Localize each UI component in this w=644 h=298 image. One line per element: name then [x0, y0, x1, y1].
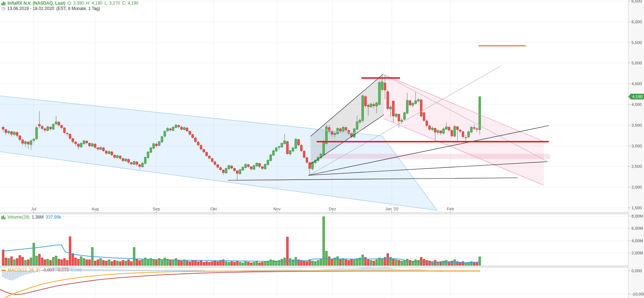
signal-line [0, 271, 480, 295]
macd-icon [1, 270, 6, 271]
open-value: O: 3,390 [68, 1, 84, 6]
svg-text:4,000: 4,000 [631, 102, 642, 107]
high-value: H: 4,190 [86, 1, 102, 6]
volume-bars [2, 217, 481, 265]
pink-band [322, 154, 550, 159]
svg-text:8,00M: 8,00M [631, 214, 643, 218]
symbol-legend: InflaRX N.V. (NASDAQ, Last) O: 3,390 H: … [1, 1, 138, 6]
svg-text:6,00M: 6,00M [631, 226, 643, 230]
svg-text:5,500: 5,500 [631, 40, 642, 45]
svg-text:Dez: Dez [329, 207, 336, 211]
svg-text:Feb: Feb [447, 207, 454, 211]
svg-text:4,500: 4,500 [631, 82, 642, 86]
volume-legend: Volume(28) 1,38M 337,99k [1, 215, 61, 220]
clock-icon: ◷ [1, 6, 5, 11]
svg-text:1,500: 1,500 [631, 206, 642, 210]
svg-text:0,000: 0,000 [631, 269, 642, 273]
macd-value-2: -0,073 [57, 268, 69, 273]
last-price-badge: 4,190 [628, 94, 644, 99]
svg-text:Okt: Okt [210, 207, 217, 211]
close-value: C: 4,190 [122, 1, 138, 6]
candlestick-icon [1, 1, 5, 5]
pink-channel-fill [383, 74, 544, 185]
macd-value-3: 0,066 [71, 268, 82, 273]
timeframe: (EST, 8 Monate, 1 Tag) [56, 6, 100, 11]
symbol-name[interactable]: InflaRX N.V. (NASDAQ, Last) [8, 1, 65, 6]
svg-text:Aug: Aug [92, 207, 99, 211]
svg-text:Nov: Nov [273, 207, 281, 211]
macd-value-1: -0,007 [42, 268, 54, 273]
svg-text:3,000: 3,000 [631, 144, 642, 148]
volume-indicator-name[interactable]: Volume(28) [8, 215, 29, 220]
svg-text:4,00M: 4,00M [631, 239, 643, 243]
svg-text:Jul: Jul [31, 207, 36, 211]
svg-text:5,000: 5,000 [631, 61, 642, 65]
date-range: 13.06.2019 - 18.02.2020 [7, 6, 54, 11]
macd-legend: MACD(12, 26, 9) -0,007 -0,073 0,066 [1, 268, 82, 273]
low-value: L: 3,270 [104, 1, 120, 6]
price-chart-canvas[interactable]: 6,5006,0005,5005,0004,5004,0003,5003,000… [0, 0, 644, 298]
chart-root: 6,5006,0005,5005,0004,5004,0003,5003,000… [0, 0, 644, 298]
svg-text:3,500: 3,500 [631, 123, 642, 127]
macd-indicator-name[interactable]: MACD(12, 26, 9) [8, 268, 40, 273]
volume-icon [1, 215, 5, 219]
range-legend: ◷ 13.06.2019 - 18.02.2020 (EST, 8 Monate… [1, 6, 100, 11]
volume-ma-value: 337,99k [46, 215, 61, 220]
svg-text:2,000: 2,000 [631, 185, 642, 189]
svg-text:2,00M: 2,00M [631, 251, 643, 255]
svg-text:4,190: 4,190 [632, 94, 643, 99]
svg-text:2,500: 2,500 [631, 164, 642, 168]
svg-text:-10,000: -10,000 [631, 292, 644, 296]
volume-value: 1,38M [31, 215, 43, 220]
svg-text:Sep: Sep [153, 207, 160, 211]
svg-text:6,500: 6,500 [631, 0, 642, 3]
svg-text:6,000: 6,000 [631, 20, 642, 24]
svg-text:Jan '20: Jan '20 [385, 207, 399, 211]
